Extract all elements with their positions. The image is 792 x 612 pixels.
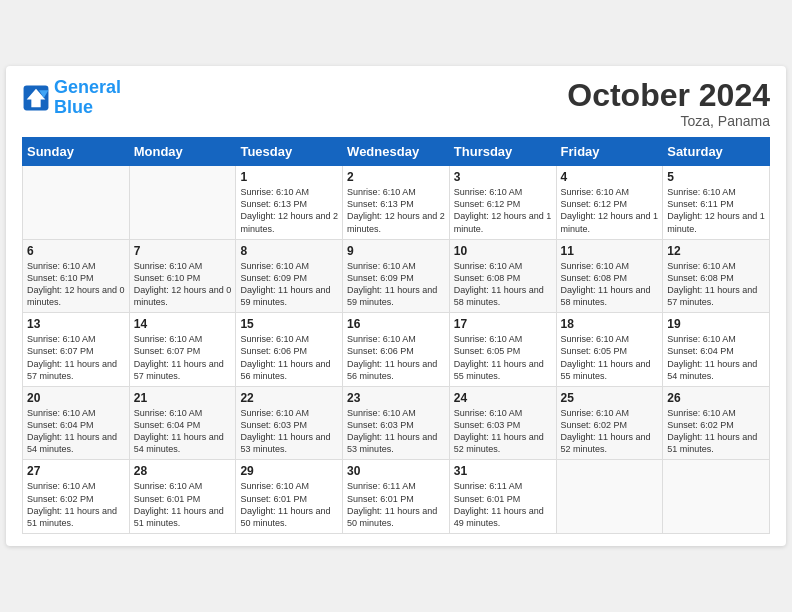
table-row: 22Sunrise: 6:10 AM Sunset: 6:03 PM Dayli… xyxy=(236,386,343,460)
day-info: Sunrise: 6:10 AM Sunset: 6:04 PM Dayligh… xyxy=(667,333,765,382)
day-number: 31 xyxy=(454,464,552,478)
table-row: 8Sunrise: 6:10 AM Sunset: 6:09 PM Daylig… xyxy=(236,239,343,313)
day-number: 1 xyxy=(240,170,338,184)
day-number: 12 xyxy=(667,244,765,258)
calendar-week-0: 1Sunrise: 6:10 AM Sunset: 6:13 PM Daylig… xyxy=(23,166,770,240)
day-info: Sunrise: 6:10 AM Sunset: 6:03 PM Dayligh… xyxy=(347,407,445,456)
table-row: 18Sunrise: 6:10 AM Sunset: 6:05 PM Dayli… xyxy=(556,313,663,387)
table-row: 15Sunrise: 6:10 AM Sunset: 6:06 PM Dayli… xyxy=(236,313,343,387)
day-number: 7 xyxy=(134,244,232,258)
table-row: 4Sunrise: 6:10 AM Sunset: 6:12 PM Daylig… xyxy=(556,166,663,240)
table-row: 28Sunrise: 6:10 AM Sunset: 6:01 PM Dayli… xyxy=(129,460,236,534)
day-info: Sunrise: 6:10 AM Sunset: 6:06 PM Dayligh… xyxy=(347,333,445,382)
logo: General Blue xyxy=(22,78,121,118)
day-info: Sunrise: 6:10 AM Sunset: 6:12 PM Dayligh… xyxy=(454,186,552,235)
day-info: Sunrise: 6:10 AM Sunset: 6:01 PM Dayligh… xyxy=(240,480,338,529)
day-info: Sunrise: 6:10 AM Sunset: 6:08 PM Dayligh… xyxy=(667,260,765,309)
logo-icon xyxy=(22,84,50,112)
day-info: Sunrise: 6:10 AM Sunset: 6:11 PM Dayligh… xyxy=(667,186,765,235)
table-row: 16Sunrise: 6:10 AM Sunset: 6:06 PM Dayli… xyxy=(343,313,450,387)
table-row xyxy=(129,166,236,240)
day-number: 4 xyxy=(561,170,659,184)
day-info: Sunrise: 6:10 AM Sunset: 6:04 PM Dayligh… xyxy=(27,407,125,456)
col-friday: Friday xyxy=(556,138,663,166)
table-row: 2Sunrise: 6:10 AM Sunset: 6:13 PM Daylig… xyxy=(343,166,450,240)
day-number: 2 xyxy=(347,170,445,184)
table-row: 12Sunrise: 6:10 AM Sunset: 6:08 PM Dayli… xyxy=(663,239,770,313)
day-info: Sunrise: 6:10 AM Sunset: 6:03 PM Dayligh… xyxy=(454,407,552,456)
table-row: 9Sunrise: 6:10 AM Sunset: 6:09 PM Daylig… xyxy=(343,239,450,313)
location: Toza, Panama xyxy=(567,113,770,129)
col-tuesday: Tuesday xyxy=(236,138,343,166)
table-row xyxy=(663,460,770,534)
day-info: Sunrise: 6:10 AM Sunset: 6:07 PM Dayligh… xyxy=(134,333,232,382)
calendar-week-2: 13Sunrise: 6:10 AM Sunset: 6:07 PM Dayli… xyxy=(23,313,770,387)
logo-general: General xyxy=(54,77,121,97)
calendar-container: General Blue October 2024 Toza, Panama S… xyxy=(6,66,786,546)
day-number: 18 xyxy=(561,317,659,331)
day-number: 26 xyxy=(667,391,765,405)
day-info: Sunrise: 6:11 AM Sunset: 6:01 PM Dayligh… xyxy=(454,480,552,529)
table-row: 10Sunrise: 6:10 AM Sunset: 6:08 PM Dayli… xyxy=(449,239,556,313)
day-number: 22 xyxy=(240,391,338,405)
table-row: 20Sunrise: 6:10 AM Sunset: 6:04 PM Dayli… xyxy=(23,386,130,460)
table-row: 30Sunrise: 6:11 AM Sunset: 6:01 PM Dayli… xyxy=(343,460,450,534)
calendar-week-1: 6Sunrise: 6:10 AM Sunset: 6:10 PM Daylig… xyxy=(23,239,770,313)
day-number: 23 xyxy=(347,391,445,405)
col-thursday: Thursday xyxy=(449,138,556,166)
day-number: 6 xyxy=(27,244,125,258)
day-number: 29 xyxy=(240,464,338,478)
day-info: Sunrise: 6:10 AM Sunset: 6:03 PM Dayligh… xyxy=(240,407,338,456)
day-number: 21 xyxy=(134,391,232,405)
table-row: 11Sunrise: 6:10 AM Sunset: 6:08 PM Dayli… xyxy=(556,239,663,313)
day-info: Sunrise: 6:10 AM Sunset: 6:13 PM Dayligh… xyxy=(240,186,338,235)
table-row: 25Sunrise: 6:10 AM Sunset: 6:02 PM Dayli… xyxy=(556,386,663,460)
day-number: 11 xyxy=(561,244,659,258)
day-info: Sunrise: 6:10 AM Sunset: 6:02 PM Dayligh… xyxy=(27,480,125,529)
table-row: 29Sunrise: 6:10 AM Sunset: 6:01 PM Dayli… xyxy=(236,460,343,534)
table-row xyxy=(23,166,130,240)
day-info: Sunrise: 6:10 AM Sunset: 6:09 PM Dayligh… xyxy=(240,260,338,309)
day-info: Sunrise: 6:10 AM Sunset: 6:04 PM Dayligh… xyxy=(134,407,232,456)
day-number: 19 xyxy=(667,317,765,331)
logo-text: General Blue xyxy=(54,78,121,118)
table-row: 7Sunrise: 6:10 AM Sunset: 6:10 PM Daylig… xyxy=(129,239,236,313)
table-row: 24Sunrise: 6:10 AM Sunset: 6:03 PM Dayli… xyxy=(449,386,556,460)
table-row: 17Sunrise: 6:10 AM Sunset: 6:05 PM Dayli… xyxy=(449,313,556,387)
calendar-week-4: 27Sunrise: 6:10 AM Sunset: 6:02 PM Dayli… xyxy=(23,460,770,534)
col-saturday: Saturday xyxy=(663,138,770,166)
logo-blue: Blue xyxy=(54,97,93,117)
day-info: Sunrise: 6:10 AM Sunset: 6:08 PM Dayligh… xyxy=(454,260,552,309)
day-info: Sunrise: 6:10 AM Sunset: 6:05 PM Dayligh… xyxy=(561,333,659,382)
day-number: 17 xyxy=(454,317,552,331)
day-number: 9 xyxy=(347,244,445,258)
day-number: 20 xyxy=(27,391,125,405)
day-number: 15 xyxy=(240,317,338,331)
table-row: 19Sunrise: 6:10 AM Sunset: 6:04 PM Dayli… xyxy=(663,313,770,387)
day-number: 3 xyxy=(454,170,552,184)
calendar-week-3: 20Sunrise: 6:10 AM Sunset: 6:04 PM Dayli… xyxy=(23,386,770,460)
calendar-table: Sunday Monday Tuesday Wednesday Thursday… xyxy=(22,137,770,534)
day-number: 16 xyxy=(347,317,445,331)
day-number: 24 xyxy=(454,391,552,405)
table-row: 5Sunrise: 6:10 AM Sunset: 6:11 PM Daylig… xyxy=(663,166,770,240)
day-number: 28 xyxy=(134,464,232,478)
day-number: 5 xyxy=(667,170,765,184)
table-row: 27Sunrise: 6:10 AM Sunset: 6:02 PM Dayli… xyxy=(23,460,130,534)
table-row: 31Sunrise: 6:11 AM Sunset: 6:01 PM Dayli… xyxy=(449,460,556,534)
table-row: 6Sunrise: 6:10 AM Sunset: 6:10 PM Daylig… xyxy=(23,239,130,313)
day-number: 13 xyxy=(27,317,125,331)
table-row xyxy=(556,460,663,534)
day-number: 27 xyxy=(27,464,125,478)
table-row: 14Sunrise: 6:10 AM Sunset: 6:07 PM Dayli… xyxy=(129,313,236,387)
table-row: 3Sunrise: 6:10 AM Sunset: 6:12 PM Daylig… xyxy=(449,166,556,240)
table-row: 21Sunrise: 6:10 AM Sunset: 6:04 PM Dayli… xyxy=(129,386,236,460)
day-info: Sunrise: 6:11 AM Sunset: 6:01 PM Dayligh… xyxy=(347,480,445,529)
col-wednesday: Wednesday xyxy=(343,138,450,166)
header-row: Sunday Monday Tuesday Wednesday Thursday… xyxy=(23,138,770,166)
day-info: Sunrise: 6:10 AM Sunset: 6:13 PM Dayligh… xyxy=(347,186,445,235)
day-number: 8 xyxy=(240,244,338,258)
day-info: Sunrise: 6:10 AM Sunset: 6:02 PM Dayligh… xyxy=(561,407,659,456)
header-area: General Blue October 2024 Toza, Panama xyxy=(22,78,770,129)
day-number: 10 xyxy=(454,244,552,258)
